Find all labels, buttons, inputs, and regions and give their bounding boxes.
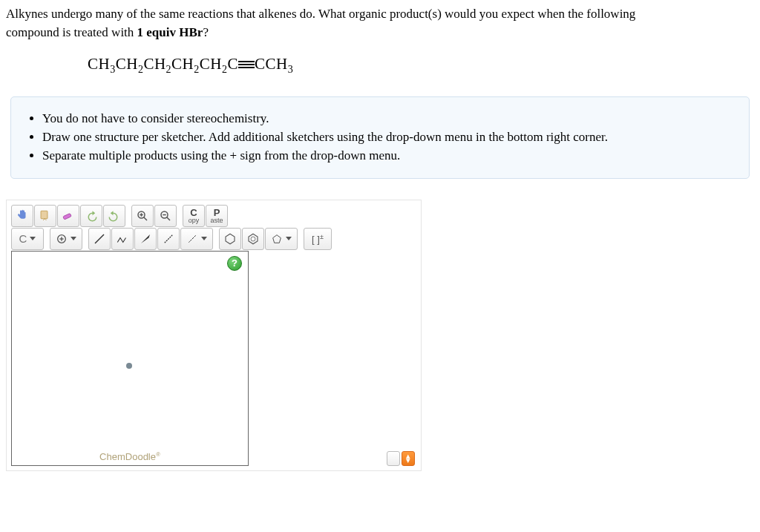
question-line1: Alkynes undergo many of the same reactio… <box>6 7 635 21</box>
chemdoodle-brand: ChemDoodle® <box>12 451 248 462</box>
svg-line-18 <box>171 235 173 237</box>
canvas-seed-atom[interactable] <box>126 363 132 369</box>
help-button[interactable]: ? <box>227 256 242 271</box>
svg-rect-1 <box>63 213 71 220</box>
drawing-canvas[interactable]: ? ChemDoodle® <box>11 251 249 466</box>
paste-button[interactable]: Paste <box>206 205 228 227</box>
hint-box: You do not have to consider stereochemis… <box>10 96 750 179</box>
redo-button[interactable] <box>103 205 125 227</box>
hint-item: You do not have to consider stereochemis… <box>42 111 734 128</box>
sketcher-panel: Copy Paste C <box>6 200 422 471</box>
svg-point-25 <box>251 237 255 241</box>
copy-button[interactable]: Copy <box>183 205 205 227</box>
chevron-down-icon <box>30 237 36 240</box>
hint-item: Draw one structure per sketcher. Add add… <box>42 129 734 146</box>
svg-line-7 <box>167 217 171 220</box>
cyclohexane-button[interactable] <box>219 228 241 250</box>
svg-line-14 <box>165 242 166 243</box>
zoom-out-button[interactable] <box>154 205 177 227</box>
svg-line-22 <box>194 235 196 237</box>
svg-line-12 <box>95 234 104 243</box>
zoom-in-button[interactable] <box>131 205 154 227</box>
svg-line-21 <box>192 237 194 239</box>
svg-line-19 <box>189 241 189 242</box>
question-line2-suffix: ? <box>203 25 209 39</box>
question-line2-prefix: compound is treated with <box>6 25 137 39</box>
benzene-button[interactable] <box>242 228 264 250</box>
hand-tool-button[interactable] <box>11 205 33 227</box>
sketcher-add-button[interactable]: ▴▾ <box>402 451 415 466</box>
svg-marker-13 <box>141 234 150 243</box>
lasso-tool-button[interactable] <box>34 205 56 227</box>
bond-more-button[interactable] <box>180 228 213 250</box>
wedge-up-button[interactable] <box>134 228 157 250</box>
single-bond-button[interactable] <box>88 228 111 250</box>
chain-bond-button[interactable] <box>111 228 134 250</box>
svg-line-3 <box>144 217 148 220</box>
svg-line-17 <box>170 237 171 238</box>
svg-marker-23 <box>226 234 235 244</box>
svg-line-20 <box>190 240 191 241</box>
svg-line-15 <box>166 240 168 241</box>
undo-button[interactable] <box>80 205 102 227</box>
sketcher-menu-button[interactable] <box>387 451 400 466</box>
element-picker[interactable]: C <box>11 228 44 250</box>
compound-formula: CH3CH2CH2CH2CH2CCCH3 <box>88 55 754 76</box>
erase-tool-button[interactable] <box>57 205 79 227</box>
svg-line-16 <box>168 238 169 240</box>
add-atom-button[interactable] <box>50 228 82 250</box>
svg-rect-0 <box>41 211 48 219</box>
bracket-charge-button[interactable]: [ ]± <box>304 228 332 250</box>
svg-marker-24 <box>249 234 258 244</box>
wedge-down-button[interactable] <box>157 228 180 250</box>
chevron-down-icon <box>71 237 76 240</box>
svg-marker-26 <box>273 235 281 243</box>
hint-item: Separate multiple products using the + s… <box>42 148 734 165</box>
ring-more-button[interactable] <box>265 228 298 250</box>
chevron-down-icon <box>201 237 207 240</box>
chevron-down-icon <box>286 237 292 240</box>
question-line2-bold: 1 equiv HBr <box>137 25 203 39</box>
